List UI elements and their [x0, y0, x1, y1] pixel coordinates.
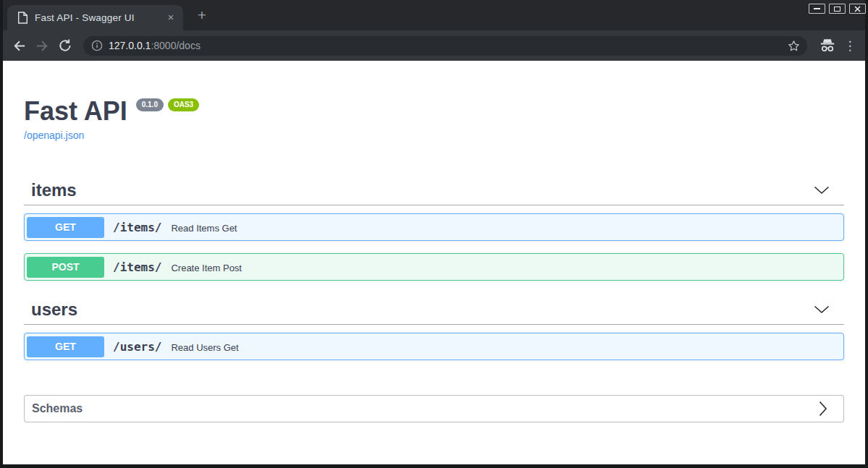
- maximize-icon: [834, 7, 840, 12]
- close-button[interactable]: [849, 4, 866, 14]
- schemas-label: Schemas: [32, 402, 83, 415]
- page-title: Fast API: [24, 96, 127, 126]
- window-controls: [809, 4, 866, 14]
- api-title-row: Fast API0.1.0OAS3: [24, 98, 844, 125]
- operation-summary: Read Users Get: [171, 342, 238, 353]
- minimize-button[interactable]: [809, 4, 825, 14]
- chevron-right-icon[interactable]: [819, 401, 827, 417]
- tab-close-icon[interactable]: ×: [164, 12, 177, 25]
- section-items-header[interactable]: items: [24, 180, 844, 205]
- close-icon: [854, 6, 861, 12]
- url-bar[interactable]: 127.0.0.1:8000/docs: [83, 36, 807, 56]
- version-badge: 0.1.0: [136, 98, 164, 111]
- chevron-down-icon[interactable]: [814, 305, 830, 314]
- tab-title: Fast API - Swagger UI: [35, 12, 164, 23]
- reload-button[interactable]: [54, 33, 76, 58]
- operation-row-get-users[interactable]: GET /users/ Read Users Get: [24, 333, 844, 360]
- reload-icon: [58, 38, 72, 53]
- minimize-icon: [814, 8, 820, 9]
- swagger-page: Fast API0.1.0OAS3 /openapi.json items GE…: [3, 61, 865, 464]
- oas3-badge: OAS3: [168, 98, 199, 111]
- schemas-section[interactable]: Schemas: [24, 395, 844, 422]
- chevron-down-icon[interactable]: [814, 186, 830, 195]
- operation-path: /items/: [113, 260, 161, 274]
- section-users-header[interactable]: users: [24, 299, 844, 325]
- openapi-spec-link[interactable]: /openapi.json: [24, 129, 84, 141]
- url-host: 127.0.0.1: [109, 40, 151, 51]
- back-button[interactable]: [8, 33, 30, 58]
- operation-path: /items/: [113, 221, 161, 234]
- url-path: :8000/docs: [151, 40, 201, 51]
- browser-toolbar: 127.0.0.1:8000/docs ⋮: [3, 30, 865, 61]
- incognito-icon: [819, 38, 836, 53]
- browser-tab[interactable]: Fast API - Swagger UI ×: [7, 5, 183, 30]
- method-badge: GET: [27, 217, 104, 238]
- method-badge: POST: [27, 257, 104, 278]
- section-title: items: [31, 180, 77, 200]
- url-text[interactable]: 127.0.0.1:8000/docs: [109, 40, 201, 51]
- browser-menu-icon[interactable]: ⋮: [843, 40, 856, 52]
- page-icon: [17, 12, 28, 24]
- browser-window: Fast API - Swagger UI × +: [3, 0, 865, 464]
- maximize-button[interactable]: [829, 4, 846, 14]
- back-icon: [12, 38, 27, 54]
- operation-row-get-items[interactable]: GET /items/ Read Items Get: [24, 213, 844, 241]
- operation-summary: Read Items Get: [171, 223, 237, 234]
- tab-strip: Fast API - Swagger UI × +: [3, 0, 865, 30]
- site-info-icon[interactable]: [91, 40, 103, 51]
- section-items: items GET /items/ Read Items Get POST /i: [24, 180, 844, 281]
- forward-icon: [35, 38, 50, 54]
- operation-row-post-items[interactable]: POST /items/ Create Item Post: [24, 253, 844, 281]
- section-users: users GET /users/ Read Users Get: [24, 299, 844, 360]
- method-badge: GET: [27, 336, 104, 357]
- forward-button[interactable]: [31, 33, 53, 58]
- new-tab-button[interactable]: +: [193, 7, 211, 25]
- operation-summary: Create Item Post: [171, 263, 242, 273]
- bookmark-star-icon[interactable]: [787, 39, 801, 53]
- section-title: users: [31, 299, 77, 320]
- operation-path: /users/: [113, 340, 161, 354]
